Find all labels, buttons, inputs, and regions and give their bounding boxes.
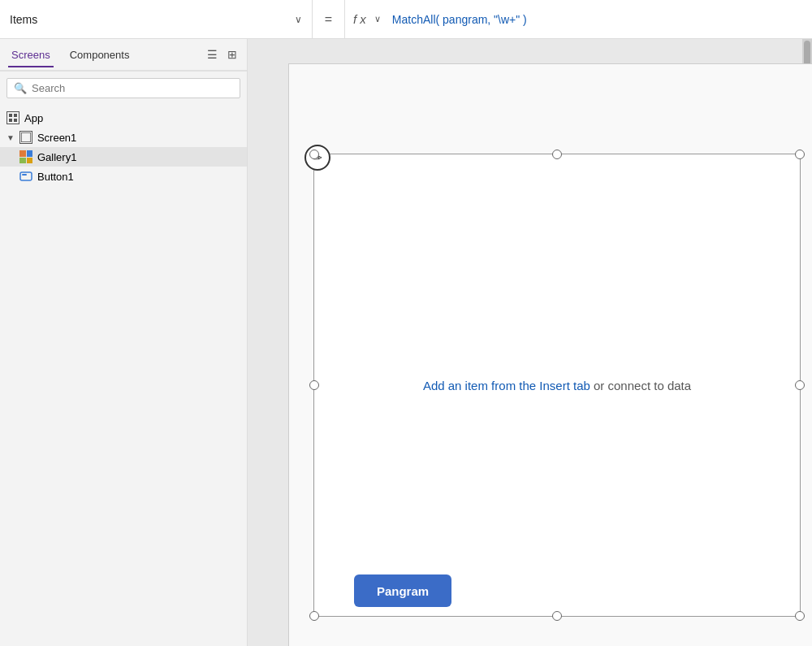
search-input[interactable] [32,82,233,94]
screen-icon [19,131,32,144]
svg-rect-0 [9,114,12,117]
svg-rect-2 [9,119,12,122]
pangram-button[interactable]: Pangram [354,574,451,607]
tree-item-screen1[interactable]: ▼ Screen1 [0,128,247,147]
formula-bar[interactable]: f x ∨ MatchAll( pangram, "\w+" ) [345,0,812,38]
formula-chevron-icon: ∨ [374,14,381,24]
svg-rect-1 [14,114,17,117]
pangram-button-label: Pangram [377,584,429,598]
app-icon [6,111,19,124]
property-label: Items [10,13,37,26]
placeholder-rest-text: or connect to data [590,379,691,392]
grid-view-icon[interactable]: ⊞ [226,46,239,63]
svg-rect-5 [20,172,32,180]
handle-bot-center[interactable] [552,611,562,621]
tree-item-gallery1[interactable]: Gallery1 [0,147,247,167]
gallery-placeholder: Add an item from the Insert tab or conne… [423,379,691,392]
screen1-label: Screen1 [37,132,76,144]
fx-icon: f x [353,12,366,26]
gallery-icon [19,150,32,163]
gallery1-label: Gallery1 [37,151,76,163]
svg-rect-4 [21,132,31,142]
gallery-selection[interactable]: ✏ Add an item from the Insert tab or con… [313,154,801,617]
handle-bot-right[interactable] [795,611,805,621]
chevron-down-icon: ∨ [295,14,302,25]
tabs-row: Screens Components ☰ ⊞ [0,39,247,72]
handle-bot-left[interactable] [309,611,319,621]
equals-sign: = [313,0,345,38]
collapse-icon: ▼ [6,133,15,142]
canvas-area: ✏ Add an item from the Insert tab or con… [248,39,812,646]
main-layout: Screens Components ☰ ⊞ 🔍 Ap [0,39,812,646]
left-panel: Screens Components ☰ ⊞ 🔍 Ap [0,39,248,646]
handle-mid-right[interactable] [795,380,805,390]
handle-mid-left[interactable] [309,380,319,390]
button-icon [19,170,32,183]
svg-rect-6 [22,174,27,176]
search-icon: 🔍 [14,82,27,94]
button1-label: Button1 [37,171,74,183]
tab-screens[interactable]: Screens [8,44,54,66]
tree-item-button1[interactable]: Button1 [0,167,247,186]
tab-icons: ☰ ⊞ [205,46,239,63]
tree: App ▼ Screen1 Gallery1 [0,105,247,189]
handle-top-right[interactable] [795,150,805,159]
svg-rect-3 [14,119,17,122]
search-box: 🔍 [6,78,240,98]
tree-item-app[interactable]: App [0,108,247,128]
placeholder-insert-text: Add an item from the Insert tab [423,379,590,392]
top-bar: Items ∨ = f x ∨ MatchAll( pangram, "\w+"… [0,0,812,39]
property-dropdown[interactable]: Items ∨ [0,0,313,38]
formula-text[interactable]: MatchAll( pangram, "\w+" ) [392,13,527,26]
screen-canvas: ✏ Add an item from the Insert tab or con… [288,63,812,646]
tab-components[interactable]: Components [67,44,133,66]
handle-top-center[interactable] [552,150,562,159]
list-view-icon[interactable]: ☰ [205,46,219,63]
app-label: App [24,112,43,124]
handle-top-left[interactable] [309,150,319,159]
